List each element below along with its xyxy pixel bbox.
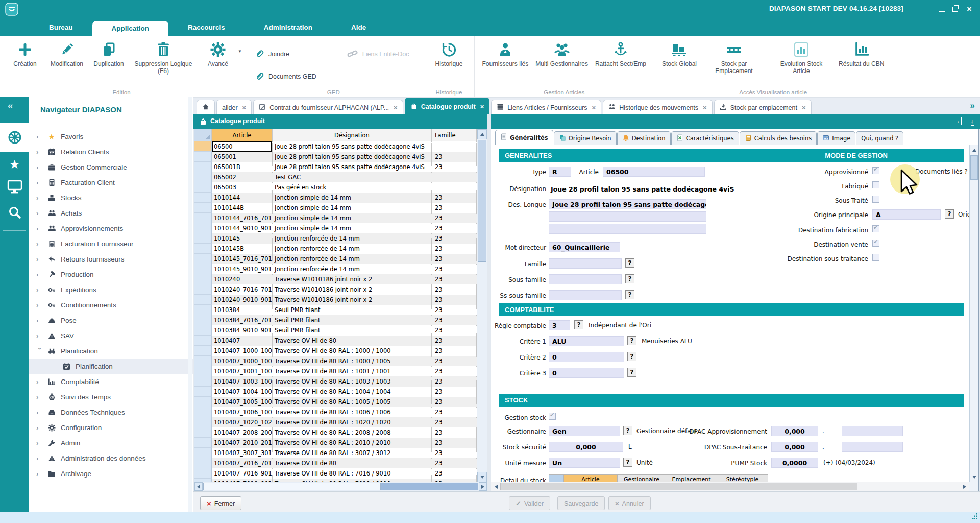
chevron-right-icon[interactable]: › — [36, 286, 43, 294]
cell-designation[interactable]: Traverse OV HI de 80 RAL : 1003 / 1003 — [273, 376, 432, 387]
row-selector[interactable] — [194, 305, 212, 315]
tab-catalogue-produit[interactable]: Catalogue produit× — [405, 98, 490, 115]
sidebar-item-planification[interactable]: Planification — [29, 359, 193, 374]
select-all-corner[interactable] — [194, 129, 212, 141]
sidebar-item-approvisionnements[interactable]: ›Approvisionnements — [29, 221, 193, 236]
close-tab-icon[interactable]: × — [242, 104, 247, 111]
cell-article[interactable]: 1010384_7016_7016 — [212, 315, 273, 325]
row-selector[interactable] — [194, 213, 212, 223]
cell-designation[interactable]: Traverse OV HI de 80 RAL : 1005 / 1005 — [273, 397, 432, 407]
row-selector[interactable] — [194, 468, 212, 479]
cell-article[interactable]: 1010407_1020_1020 — [212, 417, 273, 427]
table-row[interactable]: 1010384Seuil PMR filant23 — [194, 305, 477, 315]
ribbon-fournisseurs-li-s[interactable]: Fournisseurs liés — [479, 38, 532, 67]
cell-famille[interactable]: 23 — [432, 152, 477, 162]
cell-article[interactable]: 1010407_7016_7016 — [212, 458, 273, 468]
cell-article[interactable]: 1010407_7016_9010 — [212, 468, 273, 479]
scrollbar-thumb[interactable] — [203, 483, 381, 490]
cell-famille[interactable]: 23 — [432, 366, 477, 376]
row-selector[interactable] — [194, 356, 212, 366]
cell-article[interactable]: 1010145 — [212, 233, 273, 244]
detail-tab-g-n-ralit-s[interactable]: Généralités — [495, 130, 553, 145]
dropdown-arrow-icon[interactable]: ▼ — [238, 49, 242, 54]
column-header-designation[interactable]: Désignation — [273, 129, 432, 141]
cell-famille[interactable]: 23 — [432, 325, 477, 336]
regle-lookup-button[interactable]: ? — [574, 320, 583, 329]
row-selector[interactable] — [194, 162, 212, 172]
close-button[interactable]: × — [964, 4, 975, 14]
row-selector[interactable] — [194, 417, 212, 427]
scroll-down-icon[interactable] — [970, 472, 978, 481]
sous-famille-field[interactable] — [549, 274, 622, 284]
cell-article[interactable]: 1010407 — [212, 336, 273, 346]
unite-lookup-button[interactable]: ? — [623, 458, 632, 467]
sidebar-item-exp-ditions[interactable]: ›Expéditions — [29, 282, 193, 297]
table-row[interactable]: 06500Joue 28 profil talon 95 sans patte … — [194, 141, 477, 152]
table-row[interactable]: 1010384_7016_7016Seuil PMR filant23 — [194, 315, 477, 325]
ribbon-r-sultat-du-cbn[interactable]: Résultat du CBN — [835, 38, 888, 67]
ribbon-modification[interactable]: Modification — [46, 38, 88, 67]
search-rail-icon[interactable] — [0, 205, 29, 222]
menu-administration[interactable]: Administration — [244, 19, 332, 36]
gestionnaire-field[interactable]: Gen — [549, 426, 620, 436]
table-row[interactable]: 065001BJoue 28 profil talon 95 sans patt… — [194, 162, 477, 172]
fermer-button[interactable]: × Fermer — [200, 496, 241, 510]
minimize-button[interactable] — [936, 4, 947, 14]
ribbon-avanc[interactable]: Avancé▼ — [197, 38, 239, 67]
cell-designation[interactable]: Traverse OV HI de 80 RAL : 7016 / 9010 — [273, 468, 432, 479]
table-row[interactable]: 1010144_7016_7016Jonction simple de 14 m… — [194, 213, 477, 223]
row-selector[interactable] — [194, 223, 212, 233]
dock-right-icon[interactable]: → — [953, 117, 962, 125]
sidebar-item-admin[interactable]: ›Admin — [29, 435, 193, 450]
sauvegarde-button[interactable]: Sauvegarde — [557, 496, 605, 510]
cell-article[interactable]: 1010240 — [212, 274, 273, 284]
row-selector[interactable] — [194, 295, 212, 305]
cell-famille[interactable]: 23 — [432, 356, 477, 366]
cell-famille[interactable]: 23 — [432, 244, 477, 254]
sidebar-item-administration-des-donn-es[interactable]: ›Administration des données — [29, 450, 193, 466]
table-row[interactable]: 1010145_7016_7016Jonction renforcée de 1… — [194, 254, 477, 264]
cell-article[interactable]: 1010407_1004_1004 — [212, 387, 273, 397]
annuler-button[interactable]: × Annuler — [608, 496, 651, 510]
row-selector[interactable] — [194, 336, 212, 346]
cell-article[interactable]: 1010240_9010_9010 — [212, 295, 273, 305]
cell-famille[interactable]: 23 — [432, 468, 477, 479]
cell-article[interactable]: 1010407_1005_1005 — [212, 397, 273, 407]
cell-designation[interactable]: Traverse W1010186 joint noir x 2 — [273, 274, 432, 284]
navigator-wheel-icon[interactable] — [0, 123, 29, 152]
chevron-right-icon[interactable]: › — [36, 424, 43, 432]
cell-article[interactable]: 065001 — [212, 152, 273, 162]
table-row[interactable]: 1010407_7016_9010Traverse OV HI de 80 RA… — [194, 468, 477, 479]
sidebar-item-facturation-fournisseur[interactable]: ›Facturation Fournisseur — [29, 236, 193, 251]
cell-famille[interactable]: 23 — [432, 387, 477, 397]
cell-article[interactable]: 1010407_1000_1000 — [212, 346, 273, 356]
row-selector[interactable] — [194, 193, 212, 203]
chevron-right-icon[interactable]: › — [36, 240, 43, 248]
cell-designation[interactable]: Joue 28 profil talon 95 sans patte dodéc… — [273, 162, 432, 172]
table-row[interactable]: 1010407_7016_7016Traverse OV HI de 8023 — [194, 458, 477, 468]
scroll-down-icon[interactable] — [477, 472, 487, 482]
sous-famille-lookup-button[interactable]: ? — [625, 274, 634, 283]
scroll-up-icon[interactable] — [477, 129, 487, 139]
chevron-right-icon[interactable]: › — [36, 455, 43, 462]
table-row[interactable]: 1010144BJonction simple de 14 mm23 — [194, 203, 477, 213]
row-selector[interactable] — [194, 182, 212, 193]
cell-article[interactable]: 1010407_1003_1003 — [212, 376, 273, 387]
close-tab-icon[interactable]: × — [703, 104, 707, 111]
cell-article[interactable]: 065001B — [212, 162, 273, 172]
table-row[interactable]: 065002Test GAC — [194, 172, 477, 182]
ministock-col-article[interactable]: Article — [564, 474, 618, 482]
sidebar-item-facturation-client[interactable]: ›Facturation Client — [29, 175, 193, 190]
menu-aide[interactable]: Aide — [332, 19, 385, 36]
cell-designation[interactable]: Jonction renforcée de 14 mm — [273, 233, 432, 244]
tab-overflow-icon[interactable]: » — [970, 101, 975, 111]
article-field[interactable]: 06500 — [603, 167, 705, 177]
cell-designation[interactable]: Traverse OV HI de 80 RAL : 1000 / 1000 — [273, 346, 432, 356]
sidebar-item-planification[interactable]: ›Planification — [29, 343, 193, 359]
row-selector[interactable] — [194, 315, 212, 325]
chevron-right-icon[interactable]: › — [36, 301, 43, 309]
column-header-famille[interactable]: Famille — [432, 129, 477, 141]
critere3-lookup-button[interactable]: ? — [627, 368, 636, 377]
des-longue-field-2[interactable] — [549, 211, 706, 222]
cell-article[interactable]: 1010144B — [212, 203, 273, 213]
